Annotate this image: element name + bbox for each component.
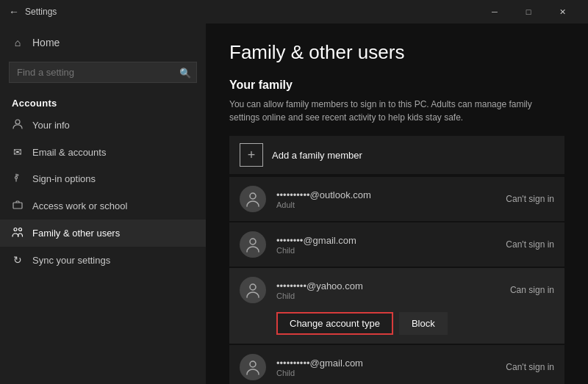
member-email-1: ••••••••@gmail.com: [276, 235, 506, 246]
member-avatar-3: [240, 354, 266, 380]
home-label: Home: [32, 37, 60, 48]
member-avatar-2: [240, 277, 266, 303]
main-layout: ⌂ Home 🔍 Accounts Your info ✉ Email & ac…: [0, 23, 588, 384]
search-input[interactable]: [9, 62, 197, 83]
maximize-button[interactable]: □: [512, 0, 545, 23]
back-button[interactable]: ←: [9, 6, 19, 18]
window-title: Settings: [25, 7, 57, 17]
svg-point-0: [15, 120, 20, 124]
sign-in-icon: [12, 173, 24, 185]
family-icon: [12, 227, 24, 239]
member-status-2: Can sign in: [510, 285, 554, 295]
page-title: Family & other users: [229, 41, 564, 64]
your-family-desc: You can allow family members to sign in …: [229, 98, 564, 124]
change-account-type-button[interactable]: Change account type: [276, 312, 393, 335]
sidebar-home[interactable]: ⌂ Home: [0, 29, 206, 56]
member-actions-2: Change account type Block: [240, 312, 554, 335]
titlebar: ← Settings ─ □ ✕: [0, 0, 588, 23]
add-family-member-button[interactable]: + Add a family member: [229, 136, 564, 174]
svg-rect-3: [13, 203, 22, 209]
svg-point-6: [250, 193, 256, 199]
your-info-icon: [12, 119, 24, 131]
member-row-0[interactable]: ••••••••••@outlook.com Adult Can't sign …: [229, 177, 564, 221]
minimize-button[interactable]: ─: [478, 0, 512, 23]
sync-label: Sync your settings: [32, 255, 110, 266]
sidebar-item-email-accounts[interactable]: ✉ Email & accounts: [0, 139, 206, 165]
sidebar-item-family-users[interactable]: Family & other users: [0, 220, 206, 247]
search-container: 🔍: [9, 62, 197, 83]
sidebar-section-title: Accounts: [0, 89, 206, 112]
member-info-3: ••••••••••@gmail.com Child: [276, 358, 506, 377]
block-button[interactable]: Block: [399, 312, 448, 335]
svg-point-8: [250, 284, 256, 290]
add-icon: +: [240, 143, 263, 167]
sidebar: ⌂ Home 🔍 Accounts Your info ✉ Email & ac…: [0, 23, 206, 384]
member-status-3: Can't sign in: [506, 362, 554, 372]
search-icon: 🔍: [179, 67, 191, 78]
svg-point-4: [14, 228, 17, 231]
close-button[interactable]: ✕: [545, 0, 579, 23]
member-info-1: ••••••••@gmail.com Child: [276, 235, 506, 255]
your-family-title: Your family: [229, 79, 564, 92]
member-email-0: ••••••••••@outlook.com: [276, 189, 506, 200]
home-icon: ⌂: [12, 37, 24, 48]
member-status-0: Can't sign in: [506, 194, 554, 204]
member-avatar-1: [240, 231, 266, 258]
sidebar-item-your-info[interactable]: Your info: [0, 112, 206, 139]
email-icon: ✉: [12, 146, 24, 158]
svg-point-5: [19, 228, 22, 231]
svg-point-7: [250, 239, 256, 244]
svg-point-2: [17, 175, 18, 176]
member-info-2: •••••••••@yahoo.com Child: [276, 280, 510, 300]
member-avatar-0: [240, 186, 266, 212]
email-accounts-label: Email & accounts: [32, 147, 106, 158]
work-icon: [12, 200, 24, 212]
member-email-2: •••••••••@yahoo.com: [276, 280, 510, 291]
member-row-3[interactable]: ••••••••••@gmail.com Child Can't sign in: [229, 345, 564, 384]
sync-icon: ↻: [12, 254, 24, 266]
sidebar-item-sync[interactable]: ↻ Sync your settings: [0, 247, 206, 273]
titlebar-left: ← Settings: [9, 6, 57, 18]
member-email-3: ••••••••••@gmail.com: [276, 358, 506, 369]
member-info-0: ••••••••••@outlook.com Adult: [276, 189, 506, 209]
member-row-2[interactable]: •••••••••@yahoo.com Child Can sign in Ch…: [229, 268, 564, 344]
window-controls: ─ □ ✕: [478, 0, 579, 23]
sign-in-label: Sign-in options: [32, 173, 96, 184]
your-info-label: Your info: [32, 120, 70, 131]
family-users-label: Family & other users: [32, 228, 120, 239]
svg-point-9: [250, 361, 256, 367]
sidebar-item-access-work[interactable]: Access work or school: [0, 192, 206, 220]
access-work-label: Access work or school: [32, 200, 127, 211]
member-row-1[interactable]: ••••••••@gmail.com Child Can't sign in: [229, 222, 564, 267]
content-area: Family & other users Your family You can…: [206, 23, 588, 384]
sidebar-item-sign-in[interactable]: Sign-in options: [0, 165, 206, 192]
member-role-1: Child: [276, 246, 506, 255]
member-role-0: Adult: [276, 200, 506, 209]
add-member-label: Add a family member: [272, 150, 362, 161]
member-role-3: Child: [276, 369, 506, 377]
member-status-1: Can't sign in: [506, 239, 554, 250]
member-role-2: Child: [276, 291, 510, 300]
